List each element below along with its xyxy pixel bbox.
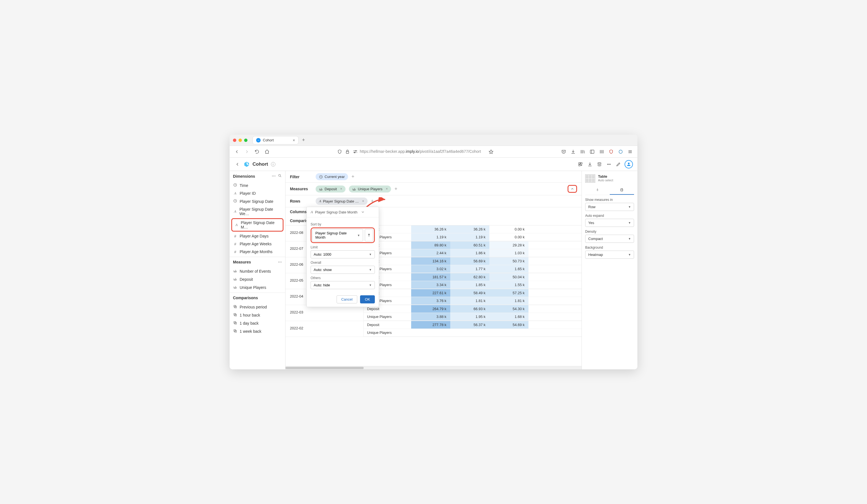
background-select[interactable]: Heatmap▼ <box>585 250 634 259</box>
comparison-item[interactable]: 1 hour back <box>229 311 285 319</box>
measure-pill-unique-players[interactable]: Unique Players× <box>349 185 391 193</box>
density-label: Density <box>585 230 634 234</box>
cell: 62.80 k <box>450 273 489 281</box>
others-select[interactable]: Auto: hide▼ <box>311 281 375 289</box>
dimension-item[interactable]: APlayer ID <box>229 190 285 197</box>
add-filter-button[interactable]: + <box>351 174 354 180</box>
avatar[interactable] <box>624 160 633 169</box>
close-window-icon[interactable] <box>233 139 236 142</box>
compare-label: 1 week back <box>240 329 261 334</box>
dimension-item[interactable]: APlayer Signup Date M… <box>231 218 283 232</box>
download-icon[interactable] <box>587 161 593 168</box>
measures-more-icon[interactable]: ⋯ <box>278 260 282 264</box>
remove-pill-icon[interactable]: × <box>386 187 388 191</box>
measure-pill-deposit[interactable]: Deposit× <box>315 185 345 193</box>
svg-point-9 <box>607 164 608 164</box>
pin-tab[interactable] <box>585 186 610 195</box>
dimensions-more-icon[interactable]: ⋯ <box>272 174 276 179</box>
dim-type-icon <box>233 199 237 204</box>
cell: 1.81 k <box>489 297 528 304</box>
svg-point-10 <box>609 164 609 164</box>
measure-icon <box>233 277 237 282</box>
horizontal-scrollbar[interactable] <box>286 366 581 369</box>
new-tab-button[interactable]: + <box>302 137 305 143</box>
address-bar[interactable]: https://hellmar-becker.app.imply.io/pivo… <box>274 148 557 155</box>
remove-pill-icon[interactable]: × <box>362 199 364 203</box>
measure-item[interactable]: Deposit <box>229 275 285 283</box>
edit-icon[interactable] <box>615 161 622 168</box>
info-icon[interactable]: i <box>271 162 275 167</box>
cell: 66.93 k <box>450 305 489 313</box>
popup-title: A Player Signup Date Month <box>307 207 379 217</box>
minimize-window-icon[interactable] <box>238 139 242 142</box>
auto-expand-select[interactable]: Yes▼ <box>585 219 634 227</box>
cancel-button[interactable]: Cancel <box>336 295 357 303</box>
add-measure-button[interactable]: + <box>394 186 397 192</box>
comparison-item[interactable]: 1 week back <box>229 327 285 335</box>
measure-label: Unique Players <box>240 285 266 290</box>
collapse-shelves-button[interactable] <box>568 185 577 193</box>
measure-name: Deposit <box>364 321 411 329</box>
dim-type-icon: # <box>233 250 237 254</box>
shield-icon <box>336 148 343 155</box>
svg-point-11 <box>610 164 610 164</box>
main-content: Dimensions ⋯ TimeAPlayer IDPlayer Signup… <box>229 171 638 369</box>
measure-item[interactable]: Unique Players <box>229 283 285 291</box>
overall-select[interactable]: Auto: show▼ <box>311 266 375 274</box>
show-measures-select[interactable]: Row▼ <box>585 203 634 211</box>
dimension-item[interactable]: #Player Age Weeks <box>229 240 285 248</box>
back-button[interactable] <box>234 148 240 155</box>
browser-tab[interactable]: → Cohort × <box>253 136 299 144</box>
comparison-item[interactable]: Previous period <box>229 303 285 311</box>
measure-icon <box>233 269 237 274</box>
more-icon[interactable] <box>606 161 612 168</box>
layers-icon[interactable] <box>596 161 603 168</box>
dim-label: Player Signup Date <box>240 199 274 204</box>
options-tab[interactable] <box>610 186 634 195</box>
viz-selector[interactable]: Table Auto select <box>585 174 634 183</box>
dimension-item[interactable]: Player Signup Date <box>229 197 285 205</box>
dim-label: Player Age Days <box>240 234 269 238</box>
dimension-item[interactable]: APlayer Signup Date We… <box>229 205 285 218</box>
reload-button[interactable] <box>254 148 260 155</box>
limit-select[interactable]: Auto: 1000▼ <box>311 250 375 258</box>
dimension-item[interactable]: #Player Age Days <box>229 232 285 240</box>
limit-label: Limit <box>311 245 375 249</box>
cell: 57.25 k <box>489 289 528 297</box>
dim-type-icon: A <box>233 191 237 195</box>
extension-shield-icon[interactable] <box>608 148 614 155</box>
close-tab-icon[interactable]: × <box>293 138 295 142</box>
sort-direction-button[interactable] <box>365 229 373 242</box>
sidebar-icon[interactable] <box>589 148 596 155</box>
app-back-button[interactable] <box>234 161 241 168</box>
measure-item[interactable]: Number of Events <box>229 267 285 275</box>
cell: 3.02 k <box>411 265 450 273</box>
downloads-icon[interactable] <box>570 148 577 155</box>
add-panel-icon[interactable] <box>577 161 584 168</box>
table-row: 2022-02Deposit277.78 k56.37 k54.69 kUniq… <box>286 321 581 337</box>
ok-button[interactable]: OK <box>360 295 375 303</box>
table-row: 2022-03Deposit264.79 k66.93 k54.30 kUniq… <box>286 305 581 321</box>
density-select[interactable]: Compact▼ <box>585 235 634 243</box>
maximize-window-icon[interactable] <box>244 139 247 142</box>
forward-button[interactable] <box>244 148 250 155</box>
cell: 1.65 k <box>489 265 528 273</box>
menu-icon[interactable] <box>627 148 633 155</box>
sort-by-select[interactable]: Player Signup Date Month▼ <box>312 229 363 242</box>
dimension-item[interactable]: Time <box>229 181 285 190</box>
rows-pill-signup-month[interactable]: A Player Signup Date …× <box>315 197 367 205</box>
lock-icon <box>344 148 351 155</box>
extension-circle-icon[interactable] <box>617 148 624 155</box>
pocket-icon[interactable] <box>560 148 567 155</box>
comparison-item[interactable]: 1 day back <box>229 319 285 327</box>
cell: 1.77 k <box>450 265 489 273</box>
filter-pill-current-year[interactable]: Current year <box>315 173 348 180</box>
remove-pill-icon[interactable]: × <box>340 187 342 191</box>
grid-icon[interactable] <box>598 148 605 155</box>
library-icon[interactable] <box>579 148 586 155</box>
cell <box>489 329 528 336</box>
home-button[interactable] <box>264 148 270 155</box>
dimensions-search-icon[interactable] <box>278 174 282 179</box>
bookmark-star-icon[interactable] <box>488 148 494 155</box>
dimension-item[interactable]: #Player Age Months <box>229 248 285 256</box>
